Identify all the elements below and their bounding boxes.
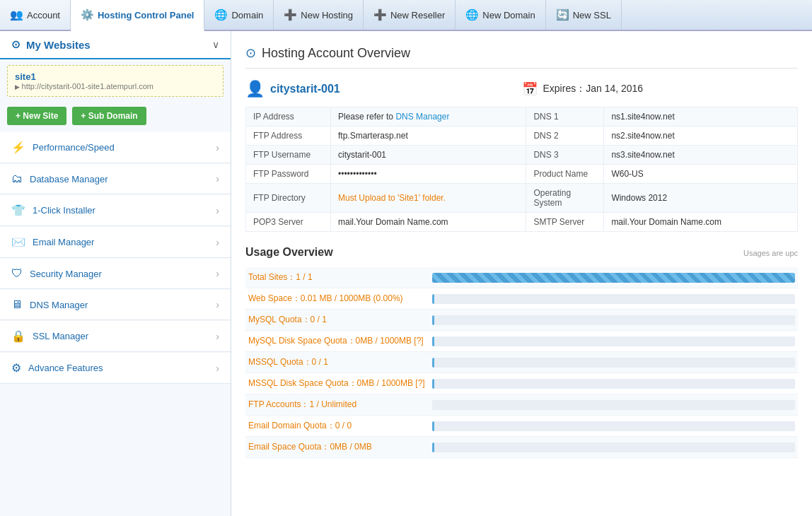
sidebar-label-advance-features: Advance Features bbox=[28, 363, 103, 373]
site-url[interactable]: http://citystarit-001-site1.atempurl.com bbox=[15, 82, 216, 90]
usage-row: MySQL Disk Space Quota：0MB / 1000MB [?] bbox=[245, 331, 798, 352]
nav-item-new-reseller[interactable]: ➕New Reseller bbox=[364, 0, 456, 30]
label-pop3: POP3 Server bbox=[246, 213, 331, 232]
nav-item-new-domain[interactable]: 🌐New Domain bbox=[456, 0, 545, 30]
label-ftp-dir: FTP Directory bbox=[246, 184, 331, 213]
account-calendar-icon: 📅 bbox=[522, 81, 538, 97]
usage-bar-cell bbox=[429, 331, 798, 352]
page-title-bar: ⊙ Hosting Account Overview bbox=[245, 45, 798, 69]
sidebar-icon-performance-speed: ⚡ bbox=[11, 141, 25, 154]
sub-domain-button[interactable]: + Sub Domain bbox=[72, 107, 146, 125]
value-ftp-addr: ftp.Smarterasp.net bbox=[331, 127, 526, 146]
value-os: Windows 2012 bbox=[604, 184, 798, 213]
sidebar-chevron-ssl-manager: › bbox=[216, 331, 219, 342]
usage-bar-inner bbox=[432, 442, 434, 452]
usage-label: MySQL Quota：0 / 1 bbox=[245, 310, 429, 331]
usage-label: MSSQL Disk Space Quota：0MB / 1000MB [?] bbox=[245, 373, 429, 394]
sidebar-item-performance-speed[interactable]: ⚡ Performance/Speed › bbox=[0, 132, 231, 163]
table-row: FTP Address ftp.Smarterasp.net DNS 2 ns2… bbox=[246, 127, 798, 146]
sidebar-item-ssl-manager[interactable]: 🔒 SSL Manager › bbox=[0, 321, 231, 352]
sidebar-menu: ⚡ Performance/Speed › 🗂 Database Manager… bbox=[0, 132, 231, 384]
sidebar-item-email-manager[interactable]: ✉️ Email Manager › bbox=[0, 227, 231, 258]
label-product: Product Name bbox=[526, 165, 604, 184]
nav-icon-new-reseller: ➕ bbox=[373, 8, 387, 21]
sidebar-chevron-email-manager: › bbox=[216, 237, 219, 248]
label-dns1: DNS 1 bbox=[526, 107, 604, 127]
sidebar-item-database-manager[interactable]: 🗂 Database Manager › bbox=[0, 164, 231, 194]
nav-icon-new-domain: 🌐 bbox=[465, 8, 479, 21]
nav-item-new-hosting[interactable]: ➕New Hosting bbox=[274, 0, 364, 30]
sidebar-label-1-click-installer: 1-Click Installer bbox=[33, 205, 95, 216]
nav-item-hosting-control-panel[interactable]: ⚙️Hosting Control Panel bbox=[71, 0, 205, 31]
usage-row: Total Sites：1 / 1 bbox=[245, 267, 798, 288]
sidebar-chevron-1-click-installer: › bbox=[216, 205, 219, 216]
sidebar-label-email-manager: Email Manager bbox=[33, 237, 94, 247]
value-smtp: mail.Your Domain Name.com bbox=[604, 213, 798, 232]
label-dns2: DNS 2 bbox=[526, 127, 604, 146]
usage-title: Usage Overview bbox=[245, 246, 333, 259]
nav-label-new-reseller: New Reseller bbox=[390, 10, 445, 20]
site-entry: site1 http://citystarit-001-site1.atempu… bbox=[7, 65, 224, 97]
usage-row: Email Space Quota：0MB / 0MB bbox=[245, 437, 798, 458]
main-layout: ⊙ My Websites ∨ site1 http://citystarit-… bbox=[0, 31, 812, 516]
account-header: 👤 citystarit-001 📅 Expires：Jan 14, 2016 bbox=[245, 80, 798, 98]
sidebar-item-advance-features[interactable]: ⚙ Advance Features › bbox=[0, 353, 231, 384]
nav-icon-new-hosting: ➕ bbox=[284, 8, 297, 21]
value-dns3: ns3.site4now.net bbox=[604, 146, 798, 165]
my-websites-label: My Websites bbox=[26, 39, 91, 51]
nav-label-account: Account bbox=[27, 10, 60, 20]
usage-label: Web Space：0.01 MB / 1000MB (0.00%) bbox=[245, 288, 429, 310]
sidebar-chevron-dns-manager: › bbox=[216, 299, 219, 310]
sidebar-icon-email-manager: ✉️ bbox=[11, 235, 25, 249]
account-info-table: IP Address Please refer to DNS Manager D… bbox=[245, 107, 798, 232]
value-product: W60-US bbox=[604, 165, 798, 184]
sidebar-item-security-manager[interactable]: 🛡 Security Manager › bbox=[0, 259, 231, 289]
value-ip: Please refer to DNS Manager bbox=[331, 107, 526, 127]
table-row: POP3 Server mail.Your Domain Name.com SM… bbox=[246, 213, 798, 232]
dns-manager-link[interactable]: DNS Manager bbox=[395, 112, 449, 122]
usage-label: Total Sites：1 / 1 bbox=[245, 267, 429, 288]
sidebar-item-1-click-installer[interactable]: 👕 1-Click Installer › bbox=[0, 195, 231, 226]
sidebar-label-database-manager: Database Manager bbox=[30, 174, 108, 184]
usage-bar-outer bbox=[432, 379, 795, 389]
value-ftp-user: citystarit-001 bbox=[331, 146, 526, 165]
account-expires: Expires：Jan 14, 2016 bbox=[543, 83, 644, 95]
sidebar-label-security-manager: Security Manager bbox=[30, 269, 102, 279]
nav-item-account[interactable]: 👥Account bbox=[0, 0, 71, 30]
table-row: IP Address Please refer to DNS Manager D… bbox=[246, 107, 798, 127]
label-os: Operating System bbox=[526, 184, 604, 213]
new-site-button[interactable]: + New Site bbox=[7, 107, 66, 125]
sidebar-item-dns-manager[interactable]: 🖥 DNS Manager › bbox=[0, 290, 231, 320]
value-pop3: mail.Your Domain Name.com bbox=[331, 213, 526, 232]
usage-row: MSSQL Quota：0 / 1 bbox=[245, 352, 798, 373]
nav-item-domain[interactable]: 🌐Domain bbox=[204, 0, 274, 30]
usage-label: FTP Accounts：1 / Unlimited bbox=[245, 394, 429, 416]
value-dns1: ns1.site4now.net bbox=[604, 107, 798, 127]
usage-label: Email Space Quota：0MB / 0MB bbox=[245, 437, 429, 458]
usage-bar-inner bbox=[432, 294, 434, 304]
usage-row: MySQL Quota：0 / 1 bbox=[245, 310, 798, 331]
usage-bar-outer bbox=[432, 315, 795, 325]
nav-icon-hosting-control-panel: ⚙️ bbox=[81, 8, 94, 21]
usage-bar-cell bbox=[429, 416, 798, 437]
usage-bar-inner bbox=[432, 421, 434, 431]
value-ftp-dir: Must Upload to 'Site1' folder. bbox=[331, 184, 526, 213]
label-ip: IP Address bbox=[246, 107, 331, 127]
nav-label-new-domain: New Domain bbox=[482, 10, 535, 20]
label-smtp: SMTP Server bbox=[526, 213, 604, 232]
usage-bar-cell bbox=[429, 394, 798, 416]
label-ftp-pass: FTP Password bbox=[246, 165, 331, 184]
nav-label-hosting-control-panel: Hosting Control Panel bbox=[98, 10, 195, 20]
sidebar-icon-security-manager: 🛡 bbox=[11, 267, 23, 280]
nav-item-new-ssl[interactable]: 🔄New SSL bbox=[546, 0, 622, 30]
sidebar-chevron-database-manager: › bbox=[216, 173, 219, 184]
usage-bar-inner bbox=[432, 315, 434, 325]
sidebar-icon-1-click-installer: 👕 bbox=[11, 204, 25, 217]
sidebar-icon-dns-manager: 🖥 bbox=[11, 298, 23, 311]
usage-label: Email Domain Quota：0 / 0 bbox=[245, 416, 429, 437]
usage-bar-cell bbox=[429, 352, 798, 373]
my-websites-header[interactable]: ⊙ My Websites ∨ bbox=[0, 31, 231, 59]
label-ftp-user: FTP Username bbox=[246, 146, 331, 165]
nav-label-new-ssl: New SSL bbox=[573, 10, 611, 20]
usage-label: MySQL Disk Space Quota：0MB / 1000MB [?] bbox=[245, 331, 429, 352]
